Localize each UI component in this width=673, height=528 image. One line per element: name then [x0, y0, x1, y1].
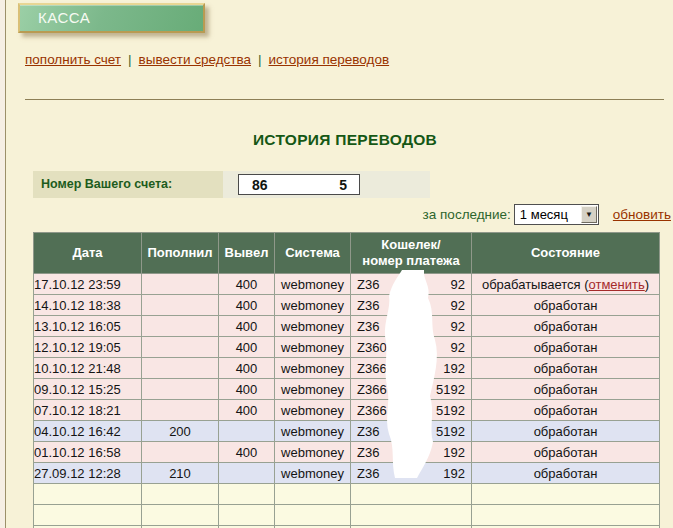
wallet-cell: Z3692 [351, 295, 472, 316]
withdraw-cell: 400 [219, 442, 275, 463]
wallet-cell: Z366192 [351, 358, 472, 379]
table-row: 09.10.12 15:25400webmoneyZ3665192обработ… [34, 379, 660, 400]
status-cell: обработан [472, 295, 660, 316]
status-cell: обработан [472, 463, 660, 484]
status-cell: обработан [472, 421, 660, 442]
deposit-cell [142, 295, 219, 316]
system-cell: webmoney [275, 358, 351, 379]
period-select-value: 1 месяц [515, 207, 581, 222]
transfer-history-table: Дата Пополнил Вывел Система Кошелек/ ном… [33, 232, 660, 528]
refresh-link[interactable]: обновить [613, 207, 671, 222]
withdraw-cell: 400 [219, 379, 275, 400]
table-row: 04.10.12 16:42200webmoneyZ365192обработа… [34, 421, 660, 442]
deposit-cell [142, 316, 219, 337]
system-cell: webmoney [275, 421, 351, 442]
wallet-cell: Z3692 [351, 316, 472, 337]
wallet-prefix: Z36 [357, 277, 379, 292]
status-cell: обработан [472, 316, 660, 337]
withdraw-cell [219, 421, 275, 442]
nav-link-withdraw[interactable]: вывести средства [139, 52, 251, 67]
kassa-banner-title: КАССА [38, 9, 90, 26]
date-cell: 04.10.12 16:42 [34, 421, 142, 442]
empty-cell [34, 484, 142, 505]
withdraw-cell: 400 [219, 358, 275, 379]
system-cell: webmoney [275, 379, 351, 400]
wallet-prefix: Z360 [357, 340, 387, 355]
wallet-suffix: 5192 [436, 424, 465, 439]
deposit-cell: 200 [142, 421, 219, 442]
table-row: 27.09.12 12:28210webmoneyZ36192обработан [34, 463, 660, 484]
wallet-cell: Z36192 [351, 442, 472, 463]
table-row: 10.10.12 21:48400webmoneyZ366192обработа… [34, 358, 660, 379]
status-cell: обработан [472, 337, 660, 358]
period-select[interactable]: 1 месяц ▼ [514, 204, 599, 225]
deposit-cell [142, 337, 219, 358]
nav-link-history[interactable]: история переводов [269, 52, 390, 67]
page-title: ИСТОРИЯ ПЕРЕВОДОВ [20, 131, 670, 149]
withdraw-cell: 400 [219, 274, 275, 295]
empty-cell [34, 505, 142, 526]
table-row: 01.10.12 16:58400webmoneyZ36192обработан [34, 442, 660, 463]
date-cell: 07.10.12 18:21 [34, 400, 142, 421]
wallet-cell: Z36092 [351, 337, 472, 358]
wallet-suffix: 92 [451, 298, 465, 313]
table-row: 17.10.12 23:59400webmoneyZ3692обрабатыва… [34, 274, 660, 295]
date-cell: 09.10.12 15:25 [34, 379, 142, 400]
date-cell: 10.10.12 21:48 [34, 358, 142, 379]
chevron-down-icon[interactable]: ▼ [581, 206, 597, 223]
column-header-withdraw: Вывел [219, 233, 275, 274]
status-cell: обработан [472, 442, 660, 463]
account-number-suffix: 5 [339, 177, 347, 193]
withdraw-cell: 400 [219, 295, 275, 316]
column-header-date: Дата [34, 233, 142, 274]
withdraw-cell [219, 463, 275, 484]
period-filter-label: за последние: [423, 207, 511, 222]
empty-cell [275, 505, 351, 526]
account-number-field[interactable]: 86 5 [238, 174, 360, 195]
empty-cell [142, 484, 219, 505]
system-cell: webmoney [275, 274, 351, 295]
column-header-wallet: Кошелек/ номер платежа [351, 233, 472, 274]
history-table-body: 17.10.12 23:59400webmoneyZ3692обрабатыва… [34, 274, 660, 528]
nav-separator: | [258, 52, 262, 67]
deposit-cell: 210 [142, 463, 219, 484]
status-cell: обрабатывается (отменить) [472, 274, 660, 295]
wallet-cell: Z36192 [351, 463, 472, 484]
wallet-suffix: 5192 [436, 403, 465, 418]
system-cell: webmoney [275, 442, 351, 463]
date-cell: 27.09.12 12:28 [34, 463, 142, 484]
empty-cell [219, 505, 275, 526]
account-number-label: Номер Вашего счета: [33, 171, 223, 198]
table-row: 14.10.12 18:38400webmoneyZ3692обработан [34, 295, 660, 316]
deposit-cell [142, 379, 219, 400]
wallet-prefix: Z36 [357, 319, 379, 334]
wallet-prefix: Z36 [357, 424, 379, 439]
deposit-cell [142, 400, 219, 421]
wallet-suffix: 192 [443, 445, 465, 460]
system-cell: webmoney [275, 295, 351, 316]
page-left-border [0, 0, 6, 528]
system-cell: webmoney [275, 337, 351, 358]
wallet-suffix: 192 [443, 361, 465, 376]
period-filter-row: за последние: 1 месяц ▼ обновить [350, 203, 671, 226]
table-row: 07.10.12 18:21400webmoneyZ3665192обработ… [34, 400, 660, 421]
horizontal-divider [25, 99, 664, 100]
system-cell: webmoney [275, 463, 351, 484]
status-cell: обработан [472, 379, 660, 400]
withdraw-cell: 400 [219, 316, 275, 337]
wallet-suffix: 5192 [436, 382, 465, 397]
column-header-system: Система [275, 233, 351, 274]
date-cell: 12.10.12 19:05 [34, 337, 142, 358]
top-navigation: пополнить счет|вывести средства|история … [25, 52, 389, 67]
nav-link-topup[interactable]: пополнить счет [25, 52, 121, 67]
withdraw-cell: 400 [219, 337, 275, 358]
account-number-prefix: 86 [252, 177, 268, 193]
deposit-cell [142, 358, 219, 379]
deposit-cell [142, 274, 219, 295]
empty-cell [472, 484, 660, 505]
wallet-suffix: 92 [451, 277, 465, 292]
table-row: 13.10.12 16:05400webmoneyZ3692обработан [34, 316, 660, 337]
cancel-transfer-link[interactable]: отменить [589, 277, 645, 292]
empty-cell [219, 484, 275, 505]
kassa-banner: КАССА [18, 3, 205, 33]
